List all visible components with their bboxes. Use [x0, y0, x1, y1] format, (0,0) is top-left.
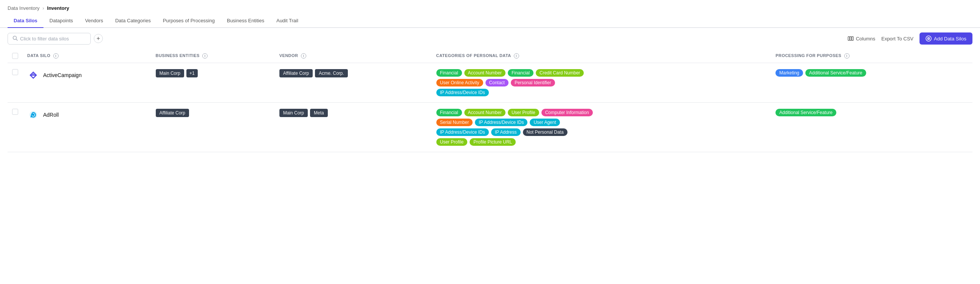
tab-audit-trail[interactable]: Audit Trail	[270, 14, 304, 28]
vendor-meta[interactable]: Meta	[310, 109, 328, 117]
entity-affiliate-corp[interactable]: Affiliate Corp	[156, 109, 189, 117]
row-checkbox-cell	[8, 63, 23, 103]
cat-profile-pic-url[interactable]: Profile Picture URL	[469, 138, 516, 146]
adroll-name[interactable]: AdRoll	[43, 112, 59, 118]
adroll-categories-cell: Financial Account Number User Profile Co…	[432, 103, 771, 152]
tabs-bar: Data Silos Datapoints Vendors Data Categ…	[0, 14, 980, 28]
cat-contact[interactable]: Contact	[485, 79, 509, 86]
breadcrumb: Data Inventory › Inventory	[0, 0, 980, 14]
th-categories: CATEGORIES OF PERSONAL DATA i	[432, 49, 771, 63]
add-filter-button[interactable]: +	[94, 34, 103, 43]
cat-credit-card[interactable]: Credit Card Number	[536, 69, 584, 77]
tab-data-categories[interactable]: Data Categories	[109, 14, 157, 28]
active-campaign-entities: Main Corp +1	[156, 69, 270, 78]
th-business-entities: BUSINESS ENTITIES i	[151, 49, 275, 63]
cat-financial-adroll[interactable]: Financial	[436, 109, 462, 116]
cat-not-personal[interactable]: Not Personal Data	[523, 129, 568, 136]
tab-datapoints[interactable]: Datapoints	[43, 14, 79, 28]
adroll-vendors-cell: Main Corp Meta	[275, 103, 432, 152]
cat-financial-2[interactable]: Financial	[508, 69, 533, 77]
adroll-vendors: Main Corp Meta	[279, 109, 427, 117]
table-container: DATA SILO i BUSINESS ENTITIES i VENDOR i…	[0, 49, 980, 152]
cat-account-number-1[interactable]: Account Number	[464, 69, 506, 77]
table-header-row: DATA SILO i BUSINESS ENTITIES i VENDOR i…	[8, 49, 972, 63]
cat-ip-device-ids-1[interactable]: IP Address/Device IDs	[436, 89, 489, 96]
active-campaign-purposes-cell: Marketing Additional Service/Feature	[771, 63, 972, 103]
svg-point-5	[926, 36, 931, 41]
th-checkbox	[8, 49, 23, 63]
svg-rect-8	[928, 37, 928, 40]
cat-online-activity[interactable]: User Online Activity	[436, 79, 483, 86]
cat-user-profile-1[interactable]: User Profile	[508, 109, 539, 116]
export-button[interactable]: Export To CSV	[881, 36, 913, 41]
vendor-info-icon[interactable]: i	[301, 53, 306, 59]
vendor-affiliate-corp[interactable]: Affiliate Corp	[279, 69, 313, 78]
active-campaign-categories: Financial Account Number Financial Credi…	[436, 69, 595, 96]
toolbar: Click to filter data silos + Columns Exp…	[0, 28, 980, 49]
adroll-purposes-cell: Additional Service/Feature	[771, 103, 972, 152]
add-silo-icon	[926, 35, 932, 41]
purposes-info-icon[interactable]: i	[844, 53, 850, 59]
data-silos-table: DATA SILO i BUSINESS ENTITIES i VENDOR i…	[8, 49, 972, 152]
breadcrumb-separator: ›	[43, 6, 44, 11]
categories-info-icon[interactable]: i	[514, 53, 519, 59]
svg-rect-9	[929, 37, 930, 40]
svg-rect-4	[852, 36, 853, 40]
cat-financial-1[interactable]: Financial	[436, 69, 462, 77]
breadcrumb-current: Inventory	[47, 5, 70, 11]
entity-main-corp[interactable]: Main Corp	[156, 69, 184, 78]
tab-purposes[interactable]: Purposes of Processing	[157, 14, 221, 28]
search-box[interactable]: Click to filter data silos	[8, 33, 91, 44]
tab-data-silos[interactable]: Data Silos	[8, 14, 43, 28]
add-data-silos-button[interactable]: Add Data Silos	[920, 32, 972, 44]
cat-personal-id[interactable]: Personal Identifier	[511, 79, 555, 86]
search-icon	[13, 35, 18, 42]
adroll-silo-cell: AdRoll	[23, 103, 151, 152]
th-vendor: VENDOR i	[275, 49, 432, 63]
row-checkbox[interactable]	[12, 69, 18, 75]
purpose-marketing[interactable]: Marketing	[775, 69, 803, 77]
table-row: ActiveCampaign Main Corp +1 Affiliate Co…	[8, 63, 972, 103]
toolbar-right: Columns Export To CSV Add Data Silos	[848, 32, 972, 44]
active-campaign-name[interactable]: ActiveCampaign	[43, 72, 82, 78]
select-all-checkbox[interactable]	[12, 53, 18, 59]
purpose-additional-adroll[interactable]: Additional Service/Feature	[775, 109, 836, 116]
active-campaign-entities-cell: Main Corp +1	[151, 63, 275, 103]
entity-plus-badge[interactable]: +1	[186, 69, 198, 78]
cat-ip-device-ids-adroll-2[interactable]: IP Address/Device IDs	[436, 129, 489, 136]
adroll-categories: Financial Account Number User Profile Co…	[436, 109, 595, 146]
columns-button[interactable]: Columns	[848, 35, 875, 41]
vendor-acme[interactable]: Acme. Corp.	[315, 69, 348, 78]
cat-serial-number[interactable]: Serial Number	[436, 119, 473, 126]
cat-ip-device-ids-adroll-1[interactable]: IP Address/Device IDs	[475, 119, 527, 126]
adroll-checkbox[interactable]	[12, 109, 18, 115]
th-purposes: PROCESSING FOR PURPOSES i	[771, 49, 972, 63]
cat-ip-address[interactable]: IP Address	[491, 129, 520, 136]
purpose-additional-1[interactable]: Additional Service/Feature	[805, 69, 866, 77]
active-campaign-logo	[27, 69, 39, 81]
svg-rect-3	[850, 36, 851, 40]
adroll-checkbox-cell	[8, 103, 23, 152]
cat-account-adroll[interactable]: Account Number	[464, 109, 506, 116]
adroll-entities-cell: Affiliate Corp	[151, 103, 275, 152]
tab-business-entities[interactable]: Business Entities	[221, 14, 270, 28]
tab-vendors[interactable]: Vendors	[79, 14, 109, 28]
breadcrumb-parent[interactable]: Data Inventory	[8, 5, 40, 11]
active-campaign-purposes: Marketing Additional Service/Feature	[775, 69, 968, 77]
cat-user-agent[interactable]: User Agent	[530, 119, 560, 126]
business-entities-info-icon[interactable]: i	[202, 53, 208, 59]
search-input[interactable]: Click to filter data silos	[20, 36, 69, 41]
adroll-entities: Affiliate Corp	[156, 109, 270, 117]
svg-rect-2	[848, 36, 850, 40]
vendor-main-corp[interactable]: Main Corp	[279, 109, 308, 117]
data-silo-info-icon[interactable]: i	[53, 53, 59, 59]
cat-user-profile-2[interactable]: User Profile	[436, 138, 468, 146]
svg-point-13	[32, 114, 34, 116]
cat-computer-info[interactable]: Computer Information	[541, 109, 593, 116]
th-data-silo: DATA SILO i	[23, 49, 151, 63]
active-campaign-categories-cell: Financial Account Number Financial Credi…	[432, 63, 771, 103]
adroll-purposes: Additional Service/Feature	[775, 109, 968, 116]
add-silo-label: Add Data Silos	[934, 36, 966, 41]
table-row: AdRoll Affiliate Corp Main Corp Meta	[8, 103, 972, 152]
columns-icon	[848, 35, 854, 41]
